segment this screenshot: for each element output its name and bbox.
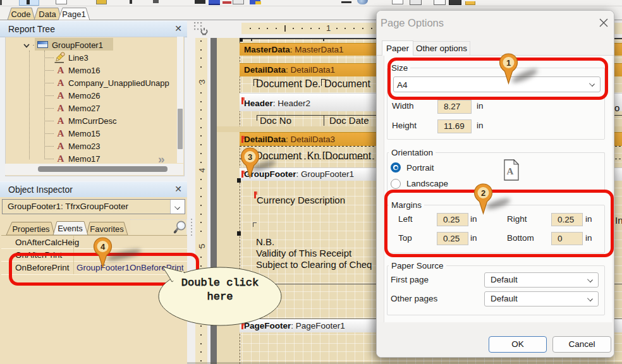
svg-text:3: 3: [248, 152, 252, 162]
svg-text:Page1: Page1: [62, 9, 86, 19]
svg-text:Properties: Properties: [12, 224, 50, 234]
svg-text:1: 1: [506, 58, 511, 68]
svg-text:Events: Events: [58, 224, 83, 233]
svg-text:Double click: Double click: [181, 277, 259, 289]
svg-text:2: 2: [481, 188, 485, 198]
svg-text:Data: Data: [39, 9, 56, 19]
svg-text:here: here: [207, 291, 233, 303]
svg-text:Code: Code: [11, 9, 30, 19]
svg-text:A: A: [507, 166, 514, 176]
svg-text:Favorites: Favorites: [90, 224, 124, 234]
svg-text:4: 4: [101, 242, 106, 252]
